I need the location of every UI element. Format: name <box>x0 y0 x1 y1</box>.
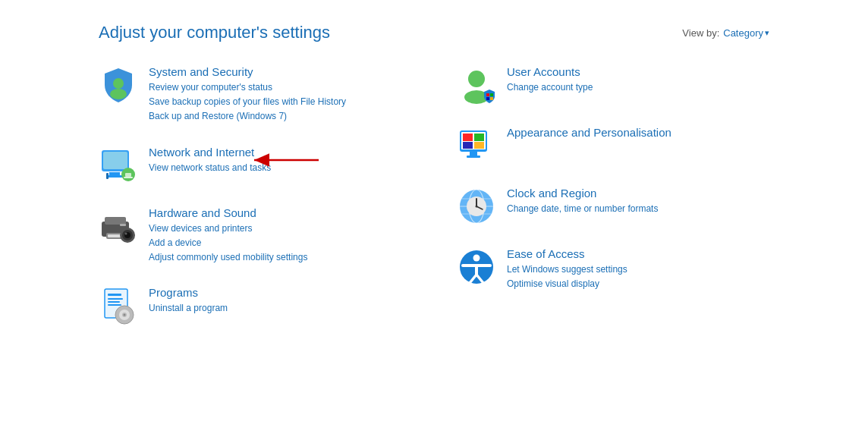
system-security-name[interactable]: System and Security <box>149 65 346 78</box>
svg-rect-42 <box>463 142 473 149</box>
svg-point-56 <box>473 255 480 262</box>
system-security-text: System and Security Review your computer… <box>149 65 346 124</box>
link-backup-restore[interactable]: Back up and Restore (Windows 7) <box>149 109 346 124</box>
svg-rect-16 <box>120 224 126 226</box>
right-column: User Accounts Change account type <box>457 65 769 347</box>
link-change-account-type[interactable]: Change account type <box>507 80 593 95</box>
view-by-dropdown[interactable]: Category <box>723 27 769 39</box>
link-view-devices[interactable]: View devices and printers <box>149 222 307 236</box>
svg-point-1 <box>110 89 127 99</box>
link-change-date-time[interactable]: Change date, time or number formats <box>507 202 658 216</box>
svg-rect-13 <box>105 217 126 225</box>
ease-text: Ease of Access Let Windows suggest setti… <box>507 247 627 291</box>
categories-grid: System and Security Review your computer… <box>99 65 769 347</box>
svg-point-0 <box>113 78 124 89</box>
appearance-name[interactable]: Appearance and Personalisation <box>507 126 671 139</box>
clock-text: Clock and Region Change date, time or nu… <box>507 187 658 216</box>
ease-access-name[interactable]: Ease of Access <box>507 247 627 260</box>
hardware-text: Hardware and Sound View devices and prin… <box>149 206 307 266</box>
appearance-icon <box>457 126 496 165</box>
programs-name[interactable]: Programs <box>149 286 228 299</box>
ease-access-icon <box>457 247 496 287</box>
svg-rect-6 <box>106 173 108 179</box>
link-mobility-settings[interactable]: Adjust commonly used mobility settings <box>149 250 307 265</box>
category-item-appearance: Appearance and Personalisation <box>457 126 769 165</box>
network-internet-icon <box>99 146 138 185</box>
category-item-programs: Programs Uninstall a program <box>99 286 411 325</box>
svg-rect-37 <box>490 97 493 100</box>
view-by-control: View by: Category <box>682 27 769 39</box>
category-item-user-accounts: User Accounts Change account type <box>457 65 769 105</box>
link-add-device[interactable]: Add a device <box>149 236 307 250</box>
svg-rect-36 <box>486 97 489 100</box>
programs-text: Programs Uninstall a program <box>149 286 228 316</box>
svg-rect-44 <box>470 152 477 156</box>
hardware-sound-name[interactable]: Hardware and Sound <box>149 206 307 219</box>
svg-rect-8 <box>125 173 131 177</box>
left-column: System and Security Review your computer… <box>99 65 411 347</box>
category-item-network: Network and Internet View network status… <box>99 146 411 185</box>
user-accounts-text: User Accounts Change account type <box>507 65 593 95</box>
network-internet-name[interactable]: Network and Internet <box>149 146 271 159</box>
svg-rect-40 <box>463 134 473 141</box>
category-item-clock: Clock and Region Change date, time or nu… <box>457 187 769 226</box>
svg-rect-43 <box>474 142 484 149</box>
hardware-sound-icon <box>99 206 138 246</box>
svg-rect-3 <box>103 152 127 169</box>
category-item-ease: Ease of Access Let Windows suggest setti… <box>457 247 769 291</box>
link-optimise-display[interactable]: Optimise visual display <box>507 277 627 291</box>
link-review-status[interactable]: Review your computer's status <box>149 80 346 95</box>
link-windows-suggest[interactable]: Let Windows suggest settings <box>507 262 627 277</box>
category-item-hardware: Hardware and Sound View devices and prin… <box>99 206 411 266</box>
link-file-history[interactable]: Save backup copies of your files with Fi… <box>149 95 346 109</box>
svg-rect-41 <box>474 134 484 141</box>
category-item-system-security: System and Security Review your computer… <box>99 65 411 124</box>
view-by-label: View by: <box>682 27 719 39</box>
svg-rect-5 <box>106 175 123 178</box>
appearance-text: Appearance and Personalisation <box>507 126 671 141</box>
clock-region-icon <box>457 187 496 226</box>
user-accounts-name[interactable]: User Accounts <box>507 65 593 78</box>
page-title: Adjust your computer's settings <box>99 23 330 42</box>
link-uninstall[interactable]: Uninstall a program <box>149 301 228 316</box>
link-network-status[interactable]: View network status and tasks <box>149 161 271 175</box>
svg-rect-24 <box>108 298 123 300</box>
page-header: Adjust your computer's settings View by:… <box>99 23 769 42</box>
svg-rect-35 <box>490 93 493 96</box>
programs-icon <box>99 286 138 325</box>
system-security-icon <box>99 65 138 105</box>
svg-rect-4 <box>109 172 120 175</box>
user-accounts-icon <box>457 65 496 105</box>
network-text: Network and Internet View network status… <box>149 146 271 175</box>
svg-point-31 <box>124 314 126 316</box>
svg-rect-45 <box>467 156 480 158</box>
svg-rect-34 <box>486 93 489 96</box>
svg-rect-26 <box>108 304 121 306</box>
svg-rect-23 <box>108 294 121 296</box>
clock-region-name[interactable]: Clock and Region <box>507 187 658 200</box>
svg-rect-9 <box>124 177 133 178</box>
svg-point-32 <box>468 71 485 87</box>
svg-rect-25 <box>108 301 120 303</box>
svg-point-20 <box>125 232 127 234</box>
